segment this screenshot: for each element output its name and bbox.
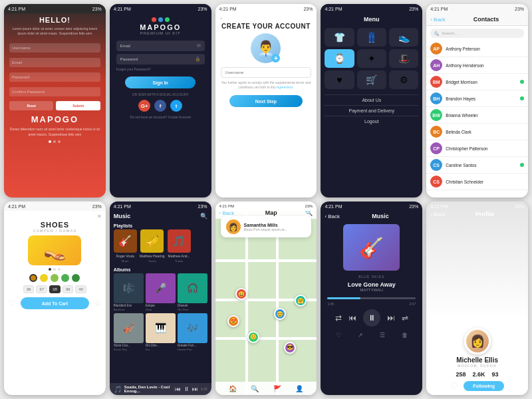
- menu-icon-watch[interactable]: ⌚: [325, 49, 354, 68]
- email-row[interactable]: Email ✉: [116, 41, 205, 51]
- color-dark-green[interactable]: [72, 274, 80, 282]
- map-footer-search[interactable]: 🔍: [251, 385, 259, 392]
- size-40[interactable]: 40: [75, 285, 86, 293]
- progress-bar[interactable]: [327, 297, 416, 299]
- playlist-item[interactable]: 🎺 Matthew Hearing Traxax: [140, 229, 165, 263]
- menu-icon-cart[interactable]: 🛒: [357, 70, 386, 89]
- album-item[interactable]: 🎧 Dreaver The Fean: [178, 273, 207, 311]
- contact-item[interactable]: AP Anthony Peterson: [426, 41, 528, 57]
- color-light-green[interactable]: [51, 274, 59, 282]
- contact-item[interactable]: CS Caroline Santos: [426, 157, 528, 174]
- dot-1[interactable]: [49, 140, 51, 143]
- contact-item[interactable]: CS Christian Schneider: [426, 174, 528, 190]
- rate-button[interactable]: ☆: [94, 299, 102, 308]
- profile-heart-icon[interactable]: ♡: [450, 381, 458, 391]
- google-button[interactable]: G+: [138, 100, 150, 112]
- contact-item[interactable]: BC Belinda Clark: [426, 124, 528, 140]
- playlist-item[interactable]: 🎸 Roger Voula Music: [114, 229, 137, 263]
- dot-2[interactable]: [53, 140, 56, 143]
- shuffle-button[interactable]: ⇄: [335, 313, 342, 323]
- color-green[interactable]: [61, 274, 69, 282]
- map-pin[interactable]: 😀: [235, 288, 247, 300]
- repeat-button[interactable]: ⇌: [402, 313, 408, 323]
- search-bar[interactable]: 🔍 Search...: [430, 29, 524, 38]
- back-button[interactable]: ‹: [221, 16, 222, 21]
- reset-button[interactable]: Reset: [9, 101, 53, 110]
- map-pin[interactable]: 😍: [227, 315, 239, 327]
- color-brown[interactable]: [29, 274, 37, 282]
- menu-icon-hats[interactable]: 🎩: [389, 49, 418, 68]
- menu-icon-shoes[interactable]: 👟: [389, 28, 418, 47]
- avatar-selector[interactable]: 👨‍💼 +: [251, 33, 281, 63]
- next-button[interactable]: ⏭: [387, 313, 395, 323]
- image-dot-2[interactable]: [53, 268, 56, 271]
- album-item[interactable]: 🎹 Dru Den... Dru: [146, 313, 176, 351]
- size-37[interactable]: 37: [36, 285, 47, 293]
- email-input[interactable]: [9, 58, 100, 67]
- menu-icon-pants[interactable]: 👖: [357, 28, 386, 47]
- contact-item[interactable]: BM Bridget Morrison: [426, 74, 528, 90]
- agreement-link[interactable]: Agreement: [277, 85, 293, 89]
- image-dot-3[interactable]: [58, 268, 61, 271]
- size-36[interactable]: 36: [23, 285, 35, 293]
- add-photo-button[interactable]: +: [271, 54, 280, 63]
- password-input[interactable]: [9, 72, 100, 82]
- map-pin[interactable]: 🙂: [247, 331, 259, 343]
- menu-icon-shirt[interactable]: 👕: [325, 28, 354, 47]
- map-pin[interactable]: 😊: [274, 308, 286, 320]
- playlist-icon[interactable]: ☰: [380, 332, 385, 338]
- heart-icon[interactable]: ♡: [336, 332, 341, 338]
- album-item[interactable]: 🎶 Greater Furr... Greater Purr: [178, 313, 207, 351]
- prev-button[interactable]: ⏮: [348, 313, 356, 323]
- map-person-card[interactable]: 👩 Samantha Mills Mauis Port sequar ipsum…: [221, 216, 312, 237]
- dot-3[interactable]: [58, 140, 61, 143]
- password-row[interactable]: Password 🔒: [116, 54, 205, 65]
- contact-item[interactable]: BH Brandon Hayes: [426, 90, 528, 107]
- sign-in-button[interactable]: Sign In: [125, 76, 196, 88]
- back-button-5[interactable]: ‹ Back: [430, 17, 446, 23]
- map-footer-home[interactable]: 🏠: [229, 385, 237, 392]
- search-icon[interactable]: 🔍: [200, 213, 207, 219]
- next-step-button[interactable]: Next Step: [229, 95, 302, 107]
- map-pin[interactable]: 🤗: [295, 295, 307, 307]
- username-input-3[interactable]: [221, 67, 312, 78]
- contact-item[interactable]: BW Brianna Wheeler: [426, 107, 528, 124]
- album-item[interactable]: 🎤 Enique Clara: [146, 273, 176, 311]
- confirm-input[interactable]: [9, 87, 100, 96]
- next-button[interactable]: ⏭: [192, 386, 198, 392]
- contact-item[interactable]: AH Anthony Henderson: [426, 57, 528, 74]
- facebook-button[interactable]: f: [154, 100, 166, 112]
- close-button[interactable]: ✕: [97, 213, 102, 219]
- logout-link[interactable]: Logout: [325, 116, 418, 126]
- map-footer-person[interactable]: 👤: [295, 385, 303, 392]
- color-yellow[interactable]: [40, 274, 48, 282]
- prev-button[interactable]: ⏮: [175, 386, 181, 392]
- contact-item[interactable]: CP Christopher Patterson: [426, 140, 528, 157]
- album-item[interactable]: 🎻 Stone Coo... Stoner Pop: [114, 313, 144, 351]
- map-pin[interactable]: 😎: [284, 342, 296, 354]
- profile-back-button[interactable]: ‹ Back: [430, 211, 446, 217]
- follow-button[interactable]: Following: [464, 381, 504, 391]
- submit-button[interactable]: Submit: [56, 101, 100, 110]
- playlist-item[interactable]: 🎵 Matthew And... Traxax: [168, 229, 191, 263]
- about-us-link[interactable]: About Us: [325, 94, 418, 105]
- menu-icon-favorites[interactable]: ♥: [325, 70, 354, 89]
- share-icon[interactable]: ↗: [358, 332, 363, 338]
- create-account-link[interactable]: Do not have an Account? Create Account: [130, 115, 190, 119]
- menu-icon-accessories[interactable]: ✦: [357, 49, 386, 68]
- forgot-link[interactable]: Forgot your Password?: [116, 67, 151, 71]
- play-pause-button[interactable]: ⏸: [363, 309, 380, 327]
- album-item[interactable]: 🎼 Blackbird Ens Blackbird: [114, 273, 144, 311]
- image-dot-1[interactable]: [49, 268, 51, 271]
- size-38[interactable]: 38: [49, 285, 61, 293]
- payment-link[interactable]: Payment and Delivery: [325, 105, 418, 116]
- player-back-button[interactable]: ‹ Back: [325, 213, 340, 219]
- size-39[interactable]: 39: [63, 285, 74, 293]
- twitter-button[interactable]: t: [170, 100, 182, 112]
- wishlist-button[interactable]: ♡: [8, 299, 15, 308]
- add-to-cart-button[interactable]: Add To Cart: [21, 297, 89, 309]
- menu-icon-settings[interactable]: ⚙: [389, 70, 418, 89]
- map-footer-flag[interactable]: 🚩: [273, 385, 281, 392]
- username-input[interactable]: [9, 43, 100, 53]
- trash-icon[interactable]: 🗑: [402, 332, 408, 338]
